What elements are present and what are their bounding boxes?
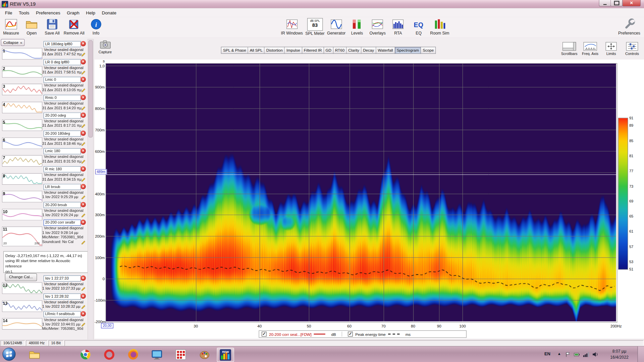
tab-clarity[interactable]: Clarity <box>346 47 361 54</box>
edit-notes-icon[interactable] <box>81 195 86 199</box>
measurement-item[interactable]: 520-200 odeg✕Vecteur sealed diagonal31 Δ… <box>0 113 87 130</box>
close-measurement-button[interactable]: ✕ <box>80 184 86 189</box>
series-checkbox[interactable]: ✓ <box>262 331 267 337</box>
tab-filtered-ir[interactable]: Filtered IR <box>302 47 324 54</box>
measurement-name-input[interactable]: 20-200 180deg <box>44 130 81 136</box>
toolbar-button-measure[interactable]: Measure <box>1 18 21 36</box>
taskbar-app-firefox[interactable] <box>125 348 141 361</box>
close-button[interactable]: ✕ <box>622 0 641 7</box>
menu-help[interactable]: Help <box>83 9 99 16</box>
edit-notes-icon[interactable] <box>81 106 86 110</box>
menu-donate[interactable]: Donate <box>99 9 120 16</box>
network-icon[interactable] <box>583 352 589 357</box>
capture-button[interactable]: Capture <box>95 40 116 54</box>
measurement-name-input[interactable]: LR 0 deg lpf80 <box>44 59 81 65</box>
action-center-flag-icon[interactable] <box>565 352 571 357</box>
taskbar-app-opera[interactable] <box>101 348 117 361</box>
clock[interactable]: 8:07 μμ 16/4/2022 <box>604 348 635 360</box>
toolbar-button-remove-all[interactable]: Remove All <box>62 18 86 36</box>
measurement-name-input[interactable]: LR brsub <box>44 184 81 190</box>
volume-icon[interactable] <box>592 352 598 357</box>
close-measurement-button[interactable]: ✕ <box>80 220 86 225</box>
edit-notes-icon[interactable] <box>81 177 86 181</box>
tab-decay[interactable]: Decay <box>361 47 376 54</box>
taskbar-app-explorer[interactable] <box>26 348 43 361</box>
close-measurement-button[interactable]: ✕ <box>80 148 86 154</box>
measurement-name-input[interactable]: 20-200 corr sealbr <box>44 220 81 226</box>
measurement-name-input[interactable]: 20-200 odeg <box>44 113 81 119</box>
toolbar-button-save-all[interactable]: Save All <box>42 18 62 36</box>
tab-impulse[interactable]: Impulse <box>285 47 302 54</box>
measurement-item[interactable]: 7Lmic 180✕Vecteur sealed diagonal31 Δεκ … <box>0 148 87 166</box>
close-measurement-button[interactable]: ✕ <box>80 202 86 207</box>
tab-spl-phase[interactable]: SPL & Phase <box>221 47 248 54</box>
toolbar-button-overlays[interactable]: Overlays <box>367 18 388 36</box>
edit-notes-icon[interactable] <box>81 70 86 74</box>
measurement-name-input[interactable]: R mic 180 <box>44 166 81 172</box>
measurement-item[interactable]: 3Lmic 0✕Vecteur sealed diagonal31 Δεκ 20… <box>0 77 87 95</box>
tray-expand-icon[interactable]: ▲ <box>557 352 561 356</box>
tab-waterfall[interactable]: Waterfall <box>376 47 395 54</box>
toolbar-button-levels[interactable]: Levels <box>347 18 367 36</box>
measurement-name-input[interactable]: LRmic f sealbtsub <box>44 311 81 317</box>
measurement-item[interactable]: 1020-200 brsub✕Vecteur sealed diagonal1 … <box>0 202 87 220</box>
taskbar-app-chrome[interactable] <box>77 348 94 361</box>
close-measurement-button[interactable]: ✕ <box>80 95 86 100</box>
toolbar-button-spl-meter[interactable]: dB SPL83SPL Meter <box>304 18 326 36</box>
close-measurement-button[interactable]: ✕ <box>80 166 86 171</box>
measurement-name-input[interactable]: Lmic 180 <box>44 148 81 154</box>
measurement-item[interactable]: 9LR brsub✕Vecteur sealed diagonal1 Ιαν 2… <box>0 184 87 202</box>
spectrogram-canvas[interactable] <box>106 64 616 321</box>
close-measurement-button[interactable]: ✕ <box>80 293 86 299</box>
tab-distortion[interactable]: Distortion <box>265 47 285 54</box>
measurement-name-input[interactable]: Ιαν 1 22:28:32 <box>44 293 81 299</box>
measurement-item[interactable]: 8R mic 180✕Vecteur sealed diagonal31 Δεκ… <box>0 166 87 184</box>
toolbar-button-preferences[interactable]: Preferences <box>617 18 641 36</box>
close-measurement-button[interactable]: ✕ <box>80 41 86 46</box>
tab-rt60[interactable]: RT60 <box>333 47 346 54</box>
measurement-name-input[interactable]: 20-200 brsub <box>44 202 81 208</box>
tab-spectrogram[interactable]: Spectrogram <box>395 47 421 54</box>
measurement-name-input[interactable]: Ιαν 1 22:27:33 <box>44 276 81 282</box>
taskbar-app-media-player[interactable] <box>149 348 165 361</box>
change-cal-button[interactable]: Change Cal... <box>5 274 37 281</box>
measurement-name-input[interactable]: Lmic 0 <box>44 77 81 83</box>
battery-icon[interactable] <box>574 352 580 357</box>
tab-gd[interactable]: GD <box>324 47 333 54</box>
edit-notes-icon[interactable] <box>81 124 86 128</box>
edit-notes-icon[interactable] <box>81 213 86 217</box>
tab-scope[interactable]: Scope <box>421 47 436 54</box>
edit-notes-icon[interactable] <box>81 52 86 57</box>
sidebar-scrollbar-thumb[interactable] <box>88 40 93 137</box>
toolbar-button-generator[interactable]: Generator <box>326 18 346 36</box>
toolbar-button-info[interactable]: iInfo <box>86 18 106 36</box>
start-button[interactable] <box>2 347 16 361</box>
edit-notes-icon[interactable] <box>81 287 86 291</box>
close-measurement-button[interactable]: ✕ <box>80 276 86 281</box>
minimize-button[interactable] <box>599 0 611 7</box>
menu-tools[interactable]: Tools <box>15 9 33 16</box>
close-measurement-button[interactable]: ✕ <box>80 311 86 316</box>
toolbar-button-ir-windows[interactable]: IR Windows <box>280 18 304 36</box>
measurement-name-input[interactable]: LR 180deg lpf80 <box>44 41 81 47</box>
maximize-button[interactable] <box>610 0 623 7</box>
graph-button-freq-axis[interactable]: Freq. Axis <box>581 42 599 56</box>
close-measurement-button[interactable]: ✕ <box>80 130 86 136</box>
toolbar-button-rta[interactable]: RTA <box>388 18 408 36</box>
close-measurement-button[interactable]: ✕ <box>80 59 86 64</box>
taskbar-app-paint[interactable] <box>196 348 213 361</box>
toolbar-button-eq[interactable]: EQEQ <box>408 18 429 36</box>
series-checkbox[interactable]: ✓ <box>348 331 353 337</box>
menu-file[interactable]: File <box>2 9 15 16</box>
toolbar-button-room-sim[interactable]: Room Sim <box>429 18 451 36</box>
edit-notes-icon[interactable] <box>81 141 86 146</box>
measurement-item[interactable]: 14LRmic f sealbtsub✕Vecteur sealed diago… <box>0 311 87 341</box>
measurement-item[interactable]: 1120-200 corr sealbr✕Vecteur sealed diag… <box>0 220 87 251</box>
edit-notes-icon[interactable] <box>81 88 86 92</box>
menu-graph[interactable]: Graph <box>63 9 83 16</box>
close-measurement-button[interactable]: ✕ <box>80 77 86 82</box>
show-desktop-button[interactable] <box>637 346 644 362</box>
tab-all-spl[interactable]: All SPL <box>248 47 265 54</box>
taskbar-app-rew-active[interactable]: REW <box>217 348 234 362</box>
measurement-item[interactable]: 13Ιαν 1 22:28:32✕Vecteur sealed diagonal… <box>0 293 87 311</box>
